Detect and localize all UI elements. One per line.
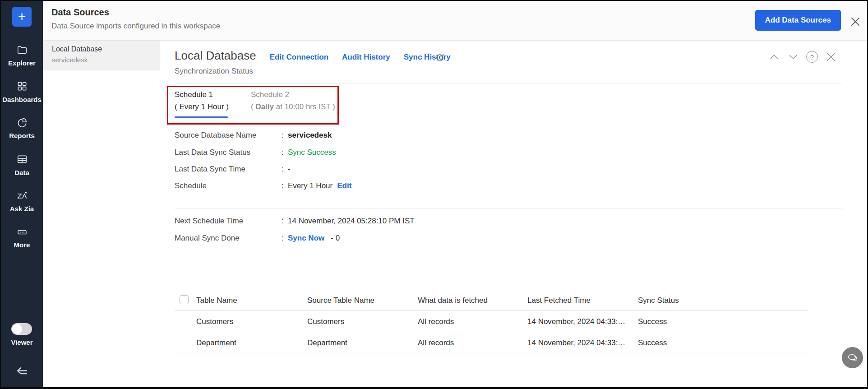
table-cell: Customers (307, 317, 344, 326)
table-cell: 14 November, 2024 04:33:… (527, 317, 625, 326)
sidebar-item-label: Data (1, 169, 43, 176)
table-cell: Department (196, 338, 236, 347)
close-detail-button[interactable] (825, 51, 837, 63)
close-icon (825, 51, 837, 63)
zia-icon (16, 190, 28, 201)
page-title: Data Sources (51, 7, 109, 18)
sync-status-value: Sync Success (288, 148, 336, 157)
page-subtitle: Data Source imports configured in this w… (51, 22, 220, 31)
table-row[interactable]: Department Department All records 14 Nov… (175, 332, 808, 353)
field-row: Last Data Sync Status:Sync Success (175, 148, 336, 157)
help-button[interactable]: ? (806, 51, 818, 63)
sidebar-item-ask-zia[interactable]: Ask Zia (1, 190, 43, 213)
tab-title: Schedule 2 (251, 90, 335, 99)
table-header-row: Table Name Source Table Name What data i… (175, 290, 808, 311)
field-separator: : (282, 234, 288, 243)
column-header: Table Name (196, 296, 237, 305)
column-header: Source Table Name (307, 296, 374, 305)
close-page-button[interactable] (849, 15, 862, 28)
page-header: Data Sources Data Source imports configu… (43, 1, 867, 41)
table-cell: Success (638, 317, 667, 326)
edit-connection-link[interactable]: Edit Connection (270, 53, 328, 62)
table-icon (16, 153, 28, 165)
field-row: Next Schedule Time:14 November, 2024 05:… (175, 217, 415, 226)
column-header: Last Fetched Time (527, 296, 591, 305)
sidebar-item-more[interactable]: More (1, 227, 43, 249)
field-label: Manual Sync Done (175, 234, 282, 243)
detail-heading-row: Local Database Edit Connection Audit His… (175, 49, 451, 63)
sidebar-item-label: Reports (1, 132, 43, 139)
source-list-item-local-database[interactable]: Local Database servicedesk (43, 41, 160, 70)
sidebar: + Explorer Dashboards Reports (1, 1, 43, 387)
chevron-up-icon (768, 51, 780, 63)
sync-now-link[interactable]: Sync Now (288, 234, 324, 242)
sidebar-item-label: More (1, 241, 43, 249)
add-data-sources-button[interactable]: Add Data Sources (755, 10, 841, 31)
column-header: Sync Status (638, 296, 679, 305)
refresh-button[interactable] (434, 52, 445, 63)
source-detail-pane: Local Database Edit Connection Audit His… (160, 41, 867, 387)
collapse-sidebar-button[interactable] (14, 365, 30, 378)
field-label: Last Data Sync Time (175, 165, 282, 174)
table-cell: Customers (196, 317, 233, 326)
field-separator: : (282, 181, 288, 190)
next-source-button[interactable] (787, 51, 799, 63)
table-cell: Department (307, 338, 347, 347)
field-row: Last Data Sync Time:- (175, 165, 291, 174)
tab-subtitle: ( Daily at 10:00 hrs IST ) (251, 102, 335, 111)
detail-title: Local Database (175, 49, 256, 63)
folder-icon (16, 44, 28, 56)
table-row[interactable]: Customers Customers All records 14 Novem… (175, 311, 808, 332)
table-cell: All records (418, 317, 454, 326)
table-cell: All records (418, 338, 454, 347)
sync-status-section-label: Synchronization Status (175, 67, 253, 76)
divider (175, 118, 842, 118)
chat-bubbles-icon (846, 352, 859, 364)
divider (175, 83, 842, 83)
viewer-toggle-label: Viewer (1, 338, 43, 346)
refresh-icon (434, 52, 445, 63)
sidebar-item-label: Dashboards (1, 96, 43, 103)
audit-history-link[interactable]: Audit History (342, 53, 390, 62)
help-icon: ? (806, 51, 818, 63)
table-cell: Success (638, 338, 667, 347)
collapse-arrow-icon (14, 365, 30, 378)
field-label: Schedule (175, 181, 282, 190)
app-window: + Explorer Dashboards Reports (0, 0, 868, 389)
sidebar-item-label: Explorer (1, 59, 43, 67)
tab-schedule-2[interactable]: Schedule 2 ( Daily at 10:00 hrs IST ) (251, 90, 335, 111)
pane-controls: ? (768, 51, 837, 63)
close-icon (849, 15, 862, 28)
chevron-down-icon (787, 51, 799, 63)
manual-sync-count: - 0 (331, 234, 340, 242)
active-tab-indicator (175, 116, 228, 118)
create-button[interactable]: + (12, 7, 32, 27)
viewer-toggle[interactable] (11, 323, 32, 335)
divider (175, 208, 842, 209)
table-cell: 14 November, 2024 04:33:… (527, 338, 625, 347)
support-chat-button[interactable] (842, 347, 863, 368)
tab-schedule-1[interactable]: Schedule 1 ( Every 1 Hour ) (175, 90, 229, 111)
previous-source-button[interactable] (768, 51, 780, 63)
sidebar-item-dashboards[interactable]: Dashboards (1, 80, 43, 103)
sidebar-item-reports[interactable]: Reports (1, 116, 43, 139)
field-separator: : (282, 165, 288, 174)
tab-subtitle: ( Every 1 Hour ) (175, 102, 229, 111)
next-schedule-time-value: 14 November, 2024 05:28:10 PM IST (288, 217, 415, 225)
toggle-knob (12, 324, 22, 334)
field-row: Schedule:Every 1 HourEdit (175, 181, 351, 190)
field-separator: : (282, 217, 288, 226)
field-row: Manual Sync Done:Sync Now- 0 (175, 234, 340, 243)
data-source-list: Local Database servicedesk (43, 41, 160, 387)
source-name: Local Database (52, 45, 160, 53)
field-label: Last Data Sync Status (175, 148, 282, 157)
more-ellipsis-icon (16, 227, 28, 237)
field-label: Next Schedule Time (175, 217, 282, 226)
edit-schedule-link[interactable]: Edit (337, 181, 351, 190)
column-header: What data is fetched (418, 296, 488, 305)
sidebar-item-label: Ask Zia (1, 205, 43, 213)
select-all-checkbox[interactable] (180, 295, 189, 304)
field-row: Source Database Name:servicedesk (175, 131, 332, 140)
sidebar-item-data[interactable]: Data (1, 153, 43, 176)
sidebar-item-explorer[interactable]: Explorer (1, 44, 43, 67)
